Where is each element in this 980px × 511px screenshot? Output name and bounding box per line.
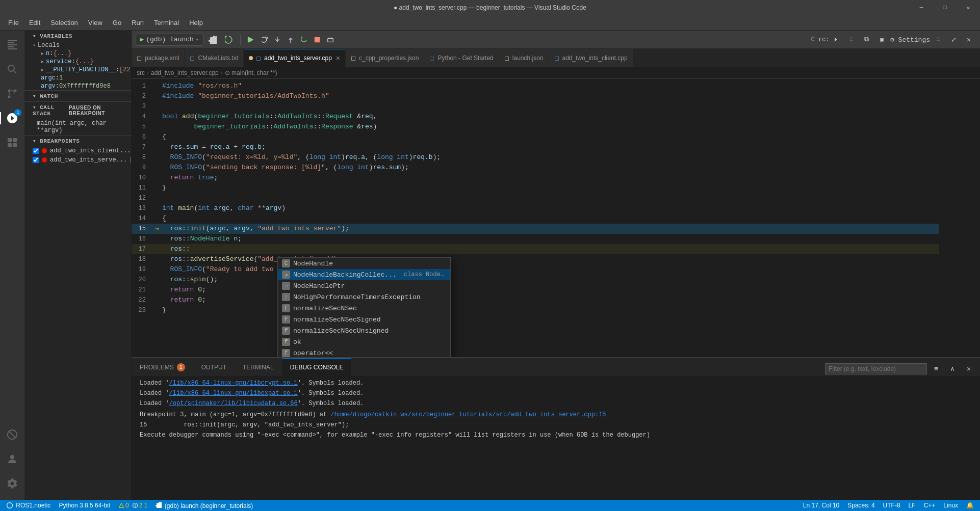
status-spaces[interactable]: Spaces: 4 (845, 502, 876, 509)
callstack-header[interactable]: ▾ CALL STACK PAUSED ON BREAKPOINT (24, 102, 131, 119)
bottom-panel: PROBLEMS 1 OUTPUT TERMINAL DEBUG CONSOLE… (132, 357, 980, 500)
toolbar-expand-btn[interactable]: ⤢ (946, 33, 961, 47)
tab-python-get-started[interactable]: ◻ Python - Get Started (424, 49, 499, 67)
ac-item-nohighperf[interactable]: ! NoHighPerformanceTimersException (278, 291, 450, 303)
tab-server-cpp[interactable]: ◻ add_two_ints_server.cpp × (244, 49, 346, 67)
var-argv: argv: 0x7fffffffd9e8 (24, 82, 131, 90)
panel-close-btn[interactable]: ✕ (962, 362, 976, 376)
output-link-bp[interactable]: /home/diogo/catkin_ws/src/beginner_tutor… (330, 411, 606, 418)
activity-remote[interactable] (0, 422, 24, 447)
output-link-libicudata[interactable]: /opt/spinnaker/lib/libicudata.so.66 (169, 400, 298, 407)
ac-item-nodehandleptr[interactable]: → NodeHandlePtr (278, 280, 450, 291)
menu-terminal[interactable]: Terminal (150, 17, 183, 29)
activity-settings[interactable] (0, 471, 24, 496)
code-line-4: 4 bool add(beginner_tutorials::AddTwoInt… (132, 112, 939, 122)
panel-chevron-up-btn[interactable]: ∧ (945, 362, 960, 376)
code-line-8: 8 ROS_INFO("request: x=%ld, y=%ld", (lon… (132, 152, 939, 163)
status-os[interactable]: Linux (941, 502, 960, 509)
ac-item-normalizesecnsec[interactable]: f normalizeSecNSec (278, 303, 450, 314)
breadcrumb-file[interactable]: add_two_ints_server.cpp (151, 69, 219, 76)
locals-item[interactable]: ▾ Locals (24, 41, 131, 49)
ac-item-normalizesecnsecsigned[interactable]: f normalizeSecNSecSigned (278, 314, 450, 325)
debug-reload-button[interactable] (222, 33, 236, 47)
status-warnings[interactable]: 0 2 1 (116, 502, 149, 509)
ac-item-operatorlt[interactable]: f operator<< (278, 347, 450, 357)
disconnect-button[interactable] (324, 34, 337, 46)
restart-button[interactable] (298, 34, 310, 46)
ac-icon-fn-normalize1: f (282, 304, 290, 312)
status-remote[interactable]: ROS1.noetic (4, 502, 53, 509)
ac-item-ok[interactable]: f ok (278, 336, 450, 347)
output-link-libcrypt[interactable]: /lib/x86_64-linux-gnu/libcrypt.so.1 (169, 380, 298, 387)
activity-run-debug[interactable]: 1 (0, 106, 24, 130)
status-language[interactable]: C++ (922, 502, 938, 509)
menu-selection[interactable]: Selection (46, 17, 82, 29)
callstack-item-0[interactable]: main(int argc, char **argv) (24, 119, 131, 135)
step-into-button[interactable] (271, 34, 283, 46)
tab-properties-json[interactable]: ◻ c_cpp_properties.json (346, 49, 424, 67)
activity-extensions[interactable] (0, 130, 24, 155)
autocomplete-dropdown[interactable]: C NodeHandle ↗ NodeHandleBackingCollec..… (277, 257, 451, 357)
filter-input[interactable] (825, 363, 927, 374)
toolbar-menu-btn[interactable]: ≡ (931, 33, 945, 47)
breakpoint-server-checkbox[interactable] (33, 157, 39, 163)
var-pretty-function[interactable]: ▶ __PRETTY_FUNCTION__: [22] (24, 66, 131, 74)
ac-item-nodehandle[interactable]: C NodeHandle (278, 258, 450, 269)
output-link-libexpat[interactable]: /lib/x86_64-linux-gnu/libexpat.so.1 (169, 390, 298, 397)
watch-header[interactable]: ▾ WATCH (24, 91, 131, 101)
var-service[interactable]: ▶ service: {...} (24, 58, 131, 66)
status-debug-launch[interactable]: (gdb) launch (beginner_tutorials) (153, 502, 255, 509)
toolbar-layout-btn[interactable]: ▣ (875, 33, 889, 47)
breakpoint-client[interactable]: add_two_ints_client... 7 (24, 146, 131, 155)
menu-help[interactable]: Help (185, 17, 207, 29)
status-eol[interactable]: LF (907, 502, 918, 509)
status-encoding[interactable]: UTF-8 (881, 502, 902, 509)
code-line-5: 5 beginner_tutorials::AddTwoInts::Respon… (132, 122, 939, 132)
tab-client-cpp[interactable]: ◻ add_two_ints_client.cpp (549, 49, 633, 67)
breadcrumb-function[interactable]: ⊙ main(int, char **) (225, 69, 277, 76)
stop-button[interactable] (311, 34, 323, 46)
variables-header[interactable]: ▾ VARIABLES (24, 31, 131, 41)
tab-close-icon[interactable]: × (336, 54, 340, 62)
activity-explorer[interactable] (0, 33, 24, 57)
debug-current-line-arrow: ⇒ (155, 224, 159, 234)
ac-item-normalizesecnsecunsigned[interactable]: f normalizeSecNSecUnsigned (278, 325, 450, 336)
menu-run[interactable]: Run (127, 17, 148, 29)
tab-package-xml[interactable]: ◻ package.xml (132, 49, 185, 67)
status-python[interactable]: Python 3.8.5 64-bit (57, 502, 112, 509)
panel-list-btn[interactable]: ≡ (929, 362, 943, 376)
toolbar-close-btn[interactable]: ✕ (962, 33, 976, 47)
breakpoint-server[interactable]: add_two_ints_serve... 15 › (24, 155, 131, 165)
menu-edit[interactable]: Edit (25, 17, 44, 29)
status-position[interactable]: Ln 17, Col 10 (801, 502, 841, 509)
panel-tab-terminal[interactable]: TERMINAL (235, 358, 282, 376)
panel-tab-problems[interactable]: PROBLEMS 1 (132, 358, 193, 376)
continue-button[interactable] (245, 34, 257, 46)
activity-search[interactable] (0, 57, 24, 82)
close-button[interactable]: ✕ (957, 0, 980, 15)
status-notifications[interactable]: 🔔 (964, 502, 976, 509)
tab-launch-json[interactable]: ◻ launch.json (499, 49, 549, 67)
debug-settings-button[interactable] (205, 33, 220, 47)
breakpoint-client-checkbox[interactable] (33, 148, 39, 154)
breadcrumb-src[interactable]: src (137, 69, 145, 76)
tab-cmakelists[interactable]: ◻ CMakeLists.txt (185, 49, 244, 67)
menu-view[interactable]: View (84, 17, 107, 29)
toolbar-split-btn[interactable]: ⧉ (860, 33, 874, 47)
step-over-button[interactable] (258, 34, 270, 46)
menu-file[interactable]: File (4, 17, 23, 29)
restore-button[interactable]: □ (933, 0, 957, 15)
ac-item-nodehandlebacking[interactable]: ↗ NodeHandleBackingCollec... class NodeH… (278, 269, 450, 280)
activity-source-control[interactable] (0, 82, 24, 106)
minimize-button[interactable]: ─ (910, 0, 933, 15)
code-editor[interactable]: 1 #include "ros/ros.h" 2 #include "begin… (132, 79, 939, 357)
step-out-button[interactable] (285, 34, 297, 46)
toolbar-list-btn[interactable]: ≡ (844, 33, 859, 47)
panel-tab-debug-console[interactable]: DEBUG CONSOLE (282, 358, 352, 376)
var-n[interactable]: ▶ n: {...} (24, 49, 131, 58)
menu-go[interactable]: Go (109, 17, 125, 29)
panel-tab-output[interactable]: OUTPUT (193, 358, 235, 376)
debug-launch-button[interactable]: ▶ (gdb) launch ▾ (136, 34, 203, 46)
breakpoints-header[interactable]: ▾ BREAKPOINTS (24, 136, 131, 146)
activity-account[interactable] (0, 447, 24, 471)
